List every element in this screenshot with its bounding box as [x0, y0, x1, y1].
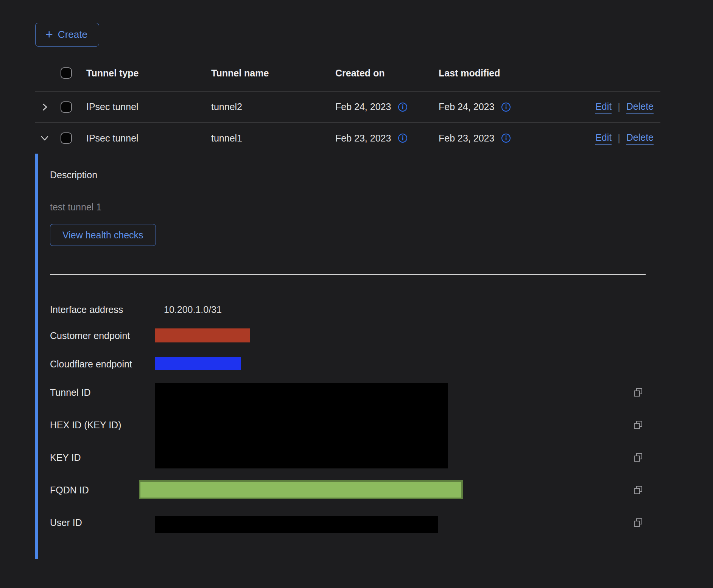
table-row-tunnel1: IPsec tunnel tunnel1 Feb 23, 2023 Feb 23… — [35, 123, 660, 154]
customer-endpoint-redacted-value — [155, 328, 250, 342]
user-id-label: User ID — [50, 516, 82, 529]
description-heading: Description — [50, 168, 97, 182]
info-icon[interactable] — [398, 102, 408, 112]
info-icon[interactable] — [501, 102, 511, 112]
cloudflare-endpoint-label: Cloudflare endpoint — [50, 357, 132, 371]
description-text: test tunnel 1 — [50, 200, 101, 214]
copy-icon-fqdn-id[interactable] — [632, 484, 644, 496]
cell-last-modified: Feb 23, 2023 — [439, 133, 560, 144]
fqdn-id-redacted-value — [139, 480, 463, 499]
info-icon[interactable] — [501, 133, 511, 143]
customer-endpoint-label: Customer endpoint — [50, 329, 130, 342]
header-created-on: Created on — [335, 68, 439, 79]
tunnel-id-label: Tunnel ID — [50, 386, 90, 399]
header-check-cell — [54, 67, 86, 79]
edit-link[interactable]: Edit — [595, 101, 612, 114]
plus-icon: + — [45, 28, 53, 40]
row-checkbox[interactable] — [61, 132, 72, 144]
cell-tunnel-type: IPsec tunnel — [86, 101, 211, 112]
last-modified-value: Feb 23, 2023 — [439, 133, 494, 144]
chevron-down-icon[interactable] — [39, 132, 50, 144]
info-icon[interactable] — [398, 133, 408, 143]
tunnel1-expanded-panel: Description test tunnel 1 View health ch… — [35, 154, 660, 559]
header-tunnel-type: Tunnel type — [86, 68, 211, 79]
cell-last-modified: Feb 24, 2023 — [439, 101, 560, 112]
key-id-label: KEY ID — [50, 451, 81, 464]
cell-created-on: Feb 24, 2023 — [335, 101, 439, 112]
cell-tunnel-type: IPsec tunnel — [86, 133, 211, 144]
interface-address-value: 10.200.1.0/31 — [164, 303, 222, 316]
row-checkbox[interactable] — [61, 101, 72, 113]
create-button[interactable]: + Create — [35, 23, 99, 47]
interface-address-label: Interface address — [50, 303, 123, 316]
edit-link[interactable]: Edit — [595, 132, 612, 145]
header-tunnel-name: Tunnel name — [211, 68, 335, 79]
table-header-row: Tunnel type Tunnel name Created on Last … — [35, 55, 660, 92]
created-on-value: Feb 24, 2023 — [335, 101, 391, 112]
last-modified-value: Feb 24, 2023 — [439, 101, 494, 112]
view-health-checks-button[interactable]: View health checks — [50, 224, 156, 246]
header-last-modified: Last modified — [439, 68, 560, 79]
ids-redacted-value — [155, 383, 448, 468]
view-health-checks-label: View health checks — [62, 230, 143, 241]
create-button-label: Create — [58, 29, 87, 40]
copy-icon-user-id[interactable] — [632, 517, 644, 528]
copy-icon-hex-id[interactable] — [632, 419, 644, 431]
action-separator: | — [618, 101, 620, 112]
user-id-redacted-value — [155, 516, 438, 533]
delete-link[interactable]: Delete — [626, 132, 654, 145]
tunnels-page: + Create Tunnel type Tunnel name Created… — [0, 0, 713, 588]
table-row-tunnel2: IPsec tunnel tunnel2 Feb 24, 2023 Feb 24… — [35, 92, 660, 123]
fqdn-id-label: FQDN ID — [50, 483, 89, 497]
created-on-value: Feb 23, 2023 — [335, 133, 391, 144]
select-all-checkbox[interactable] — [61, 67, 72, 79]
delete-link[interactable]: Delete — [626, 101, 654, 114]
action-separator: | — [618, 133, 620, 144]
cell-tunnel-name: tunnel1 — [211, 133, 335, 144]
section-divider — [50, 274, 646, 275]
tunnels-table: Tunnel type Tunnel name Created on Last … — [35, 55, 660, 154]
cell-tunnel-name: tunnel2 — [211, 101, 335, 112]
hex-id-label: HEX ID (KEY ID) — [50, 418, 121, 432]
copy-icon-tunnel-id[interactable] — [632, 387, 644, 398]
cell-created-on: Feb 23, 2023 — [335, 133, 439, 144]
copy-icon-key-id[interactable] — [632, 452, 644, 463]
cloudflare-endpoint-redacted-value — [155, 357, 241, 370]
chevron-right-icon[interactable] — [39, 101, 50, 113]
